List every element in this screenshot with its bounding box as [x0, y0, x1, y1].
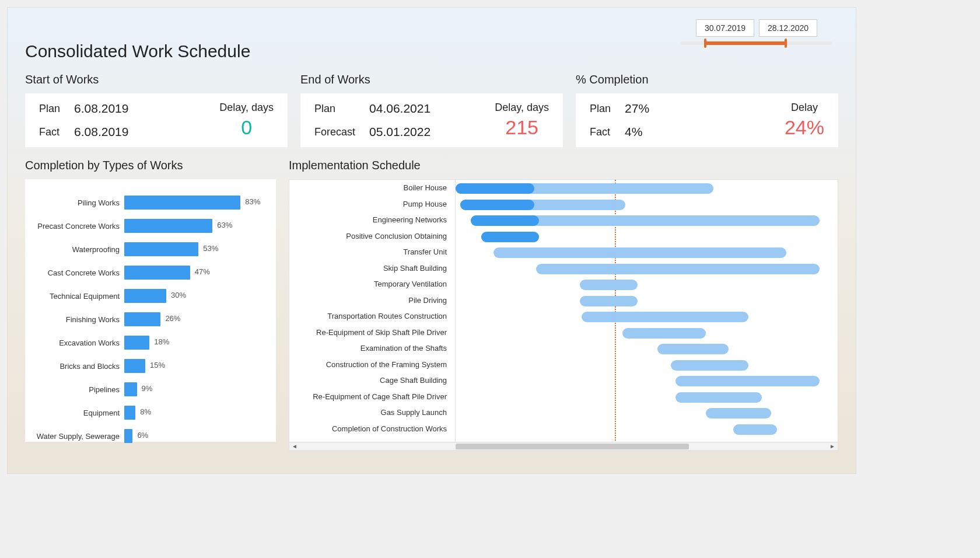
bar-fill [124, 336, 149, 350]
implementation-label: Implementation Schedule [289, 159, 838, 172]
bar-row: Finishing Works26% [25, 308, 270, 331]
bar-row: Precast Concrete Works63% [25, 214, 270, 238]
gantt-task-label: Temporary Ventilation [289, 276, 455, 292]
bar-row: Piling Works83% [25, 191, 270, 214]
bar-row: Water Supply, Sewerage6% [25, 424, 270, 448]
bar-label: Piling Works [25, 198, 124, 207]
gantt-task-label: Transportation Routes Construction [289, 308, 455, 325]
gantt-bar [536, 264, 820, 274]
gantt-bar [494, 247, 786, 258]
comp-fact-val: 4% [625, 125, 649, 139]
end-delay-val: 215 [505, 116, 538, 139]
bar-label: Waterproofing [25, 245, 124, 254]
gantt-bar [580, 280, 638, 290]
bar-value: 6% [137, 431, 148, 440]
end-forecast-lbl: Forecast [314, 126, 355, 138]
gantt-task-label: Pile Driving [289, 292, 455, 309]
scroll-thumb[interactable] [456, 444, 689, 449]
start-of-works-card: Plan 6.08.2019 Fact 6.08.2019 Delay, day… [25, 93, 288, 147]
bar-label: Finishing Works [25, 315, 124, 324]
date-from[interactable]: 30.07.2019 [696, 19, 754, 37]
bar-value: 83% [245, 197, 260, 206]
bar-label: Excavation Works [25, 339, 124, 347]
gantt-task-label: Skip Shaft Building [289, 260, 455, 277]
end-delay-lbl: Delay, days [495, 102, 549, 114]
scroll-right-icon[interactable]: ► [830, 443, 835, 449]
gantt-bar [671, 360, 748, 371]
gantt-task-label: Positive Conclusion Obtaining [289, 228, 455, 245]
comp-plan-lbl: Plan [590, 103, 611, 115]
start-of-works-label: Start of Works [25, 73, 288, 86]
bar-row: Waterproofing53% [25, 238, 270, 261]
bar-fill [124, 406, 135, 420]
bar-label: Precast Concrete Works [25, 222, 124, 231]
slider-handle-right[interactable] [785, 39, 787, 48]
date-slider[interactable] [681, 41, 832, 45]
bar-label: Technical Equipment [25, 292, 124, 301]
gantt-bar [733, 424, 777, 435]
gantt-task-label: Cage Shaft Building [289, 372, 455, 389]
bar-label: Cast Concrete Works [25, 268, 124, 277]
bar-value: 18% [154, 337, 169, 346]
bar-value: 47% [195, 267, 210, 276]
gantt-bar [657, 344, 729, 354]
date-to[interactable]: 28.12.2020 [759, 19, 817, 37]
completion-card: Plan 27% Fact 4% Delay 24% [576, 93, 838, 147]
bar-label: Bricks and Blocks [25, 362, 124, 371]
gantt-bar [706, 408, 771, 418]
gantt-task-label: Re-Equipment of Skip Shaft Pile Driver [289, 325, 455, 341]
bar-fill [124, 312, 160, 326]
slider-fill [704, 41, 786, 45]
bar-row: Bricks and Blocks15% [25, 354, 270, 378]
bar-value: 8% [140, 407, 151, 416]
gantt-task-list: Boiler HousePump HouseEngineering Networ… [289, 180, 456, 450]
completion-bar-chart: Piling Works83%Precast Concrete Works63%… [25, 179, 276, 442]
gantt-task-label: Re-Equipment of Cage Shaft Pile Driver [289, 389, 455, 405]
bar-fill [124, 289, 166, 303]
bar-row: Equipment8% [25, 401, 270, 424]
end-plan-val: 04.06.2021 [369, 102, 430, 116]
bar-fill [124, 429, 132, 443]
start-plan-lbl: Plan [39, 103, 60, 115]
date-range-filter: 30.07.2019 28.12.2020 [681, 19, 832, 45]
gantt-task-label: Examination of the Shafts [289, 340, 455, 357]
start-fact-lbl: Fact [39, 126, 60, 138]
gantt-bar [582, 312, 748, 322]
bar-fill [124, 242, 198, 256]
end-of-works-card: Plan 04.06.2021 Forecast 05.01.2022 Dela… [300, 93, 563, 147]
gantt-body: OCT 2019JAN 2020APR 2020JUL 2020OCT 2020… [456, 180, 838, 450]
bar-fill [124, 266, 190, 280]
gantt-task-label: Transfer Unit [289, 244, 455, 260]
comp-plan-val: 27% [625, 102, 649, 116]
comp-delay-lbl: Delay [791, 102, 818, 114]
scroll-left-icon[interactable]: ◄ [292, 443, 298, 449]
gantt-bar-progress [460, 200, 534, 210]
bar-row: Cast Concrete Works47% [25, 261, 270, 284]
bar-row: Technical Equipment30% [25, 284, 270, 308]
comp-delay-val: 24% [785, 116, 824, 139]
bar-label: Water Supply, Sewerage [25, 432, 124, 441]
bar-fill [124, 219, 212, 233]
gantt-bar [580, 296, 638, 306]
end-of-works-label: End of Works [300, 73, 563, 86]
gantt-bar [676, 392, 762, 403]
gantt-scrollbar[interactable]: ◄ ► [289, 442, 838, 450]
gantt-task-label: Pump House [289, 196, 455, 212]
slider-handle-left[interactable] [704, 39, 706, 48]
gantt-task-label: Gas Supply Launch [289, 404, 455, 421]
start-fact-val: 6.08.2019 [74, 125, 128, 139]
gantt-bar-progress [481, 232, 539, 242]
gantt-bar-progress [471, 215, 539, 226]
gantt-task-label: Boiler House [289, 180, 455, 196]
bar-label: Pipelines [25, 385, 124, 394]
bar-value: 63% [217, 221, 232, 229]
bar-fill [124, 382, 137, 396]
gantt-chart: Boiler HousePump HouseEngineering Networ… [289, 179, 838, 451]
end-forecast-val: 05.01.2022 [369, 125, 430, 139]
gantt-task-label: Completion of Construction Works [289, 421, 455, 437]
bar-label: Equipment [25, 409, 124, 417]
bar-row: Pipelines9% [25, 378, 270, 401]
end-plan-lbl: Plan [314, 103, 355, 115]
bar-value: 53% [203, 244, 218, 253]
bar-row: Excavation Works18% [25, 331, 270, 354]
